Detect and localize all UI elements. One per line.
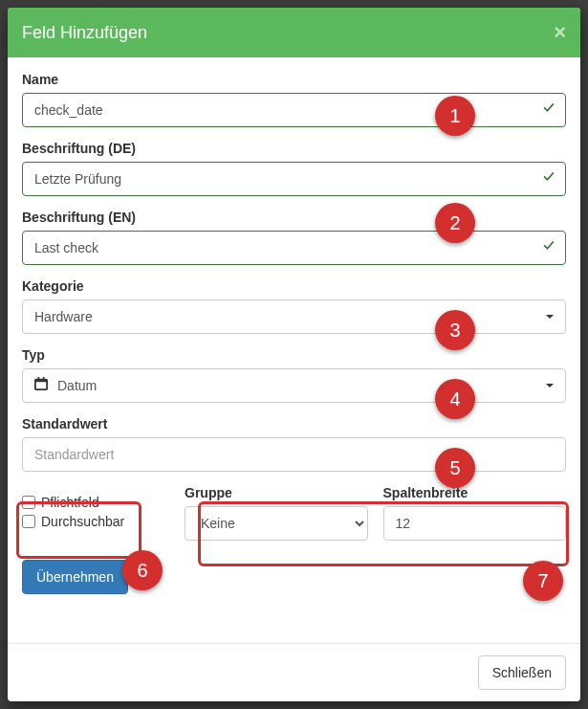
type-value: Datum: [57, 376, 97, 395]
name-label: Name: [22, 72, 566, 87]
required-checkbox[interactable]: [22, 496, 35, 509]
searchable-label: Durchsuchbar: [41, 514, 124, 529]
add-field-modal: Feld Hinzufügen × Name Beschriftung (DE): [8, 8, 580, 701]
modal-body: Name Beschriftung (DE) Beschriftung (EN): [8, 57, 580, 643]
modal-footer: Schließen: [8, 643, 580, 701]
label-de-input[interactable]: [22, 162, 566, 196]
category-dropdown[interactable]: Hardware: [22, 299, 566, 334]
type-dropdown[interactable]: Datum: [22, 368, 566, 403]
chevron-down-icon: [546, 384, 554, 388]
required-label: Pflichtfeld: [41, 495, 99, 510]
category-value: Hardware: [34, 307, 93, 326]
type-label: Typ: [22, 347, 566, 363]
name-input[interactable]: [22, 93, 566, 127]
colwidth-input[interactable]: [383, 506, 567, 541]
group-label: Gruppe: [185, 485, 368, 500]
label-en-label: Beschriftung (EN): [22, 210, 566, 225]
default-input[interactable]: [22, 437, 566, 472]
calendar-icon: [34, 376, 48, 395]
colwidth-label: Spaltenbreite: [383, 485, 567, 500]
label-en-input[interactable]: [22, 231, 566, 265]
default-label: Standardwert: [22, 416, 566, 432]
close-button[interactable]: Schließen: [478, 655, 566, 690]
close-icon[interactable]: ×: [554, 22, 566, 43]
searchable-checkbox[interactable]: [22, 515, 35, 528]
category-label: Kategorie: [22, 278, 566, 294]
label-de-label: Beschriftung (DE): [22, 141, 566, 156]
submit-button[interactable]: Übernehmen: [22, 560, 128, 594]
group-select[interactable]: Keine: [185, 506, 368, 541]
chevron-down-icon: [546, 315, 554, 319]
modal-title: Feld Hinzufügen: [22, 23, 147, 43]
modal-header: Feld Hinzufügen ×: [8, 8, 580, 57]
